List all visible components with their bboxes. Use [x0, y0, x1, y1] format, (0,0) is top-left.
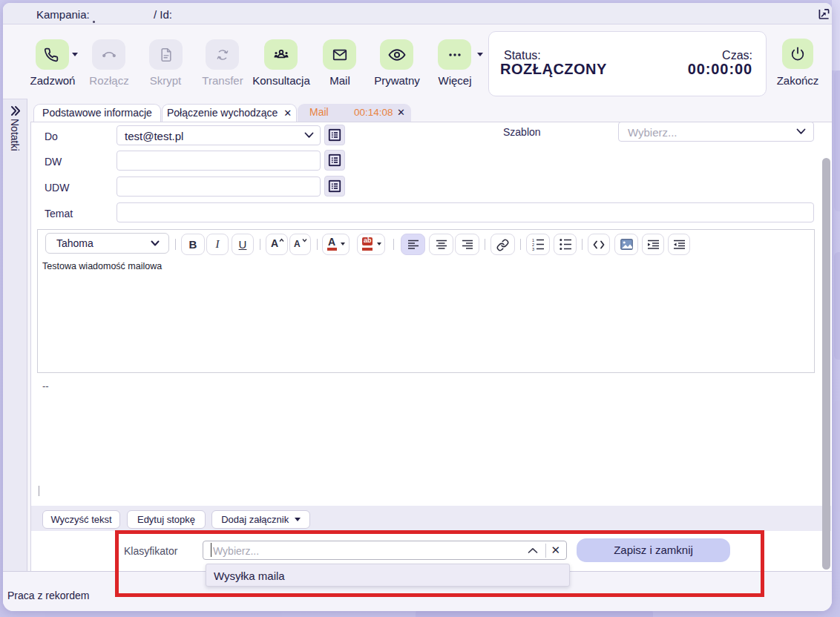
svg-text:3: 3: [532, 247, 534, 251]
